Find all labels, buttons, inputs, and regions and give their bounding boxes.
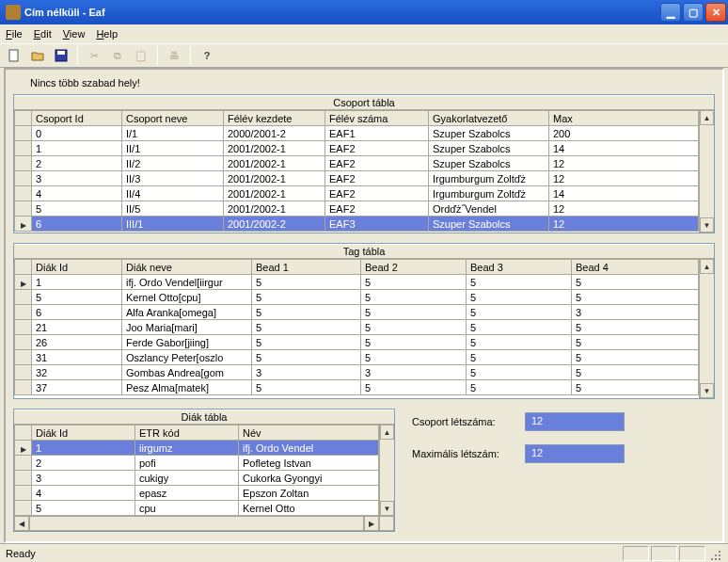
max-field[interactable]: 12 <box>525 444 625 463</box>
table-cell[interactable]: 2000/2001-2 <box>224 126 325 141</box>
column-header[interactable]: Bead 3 <box>467 260 572 275</box>
table-cell[interactable]: 5 <box>252 305 361 320</box>
table-cell[interactable]: 14 <box>549 186 699 201</box>
table-cell[interactable]: iirgumz <box>135 441 239 456</box>
table-cell[interactable]: 5 <box>572 350 699 365</box>
table-cell[interactable]: 5 <box>572 365 699 380</box>
csoport-vscroll[interactable]: ▲ ▼ <box>699 110 714 233</box>
column-header[interactable]: Gyakorlatvezető <box>429 111 549 126</box>
row-header[interactable] <box>15 290 32 305</box>
table-row[interactable]: 26Ferde Gabor[jiing]5555 <box>15 335 699 350</box>
paste-icon[interactable]: 📋 <box>131 45 151 66</box>
row-header[interactable] <box>15 441 32 456</box>
table-cell[interactable]: Alfa Aranka[omega] <box>122 305 252 320</box>
cut-icon[interactable]: ✂ <box>84 45 104 66</box>
table-cell[interactable]: EAF2 <box>325 201 429 217</box>
table-cell[interactable]: 2001/2002-1 <box>224 171 325 186</box>
row-header[interactable] <box>15 350 32 365</box>
table-cell[interactable]: Pesz Alma[matek] <box>122 380 252 395</box>
table-cell[interactable]: 4 <box>32 486 135 501</box>
table-cell[interactable]: 5 <box>252 335 361 350</box>
table-cell[interactable]: 5 <box>572 290 699 305</box>
table-cell[interactable]: EAF2 <box>325 156 429 171</box>
table-cell[interactable]: 5 <box>361 380 467 395</box>
table-cell[interactable]: 5 <box>252 380 361 395</box>
table-row[interactable]: 3cukigyCukorka Gyongyi <box>15 471 379 486</box>
table-cell[interactable]: Irgumburgum Zoltďż <box>429 186 549 201</box>
table-cell[interactable]: 3 <box>32 171 122 186</box>
table-cell[interactable]: 12 <box>549 156 699 171</box>
row-header[interactable] <box>15 186 32 201</box>
menu-view[interactable]: View <box>63 28 86 40</box>
table-cell[interactable]: 5 <box>467 305 572 320</box>
scroll-down-icon[interactable]: ▼ <box>380 501 394 516</box>
row-header[interactable] <box>15 126 32 141</box>
table-cell[interactable]: EAF2 <box>325 171 429 186</box>
table-cell[interactable]: 3 <box>32 471 135 486</box>
table-row[interactable]: 21Joo Maria[mari]5555 <box>15 320 699 335</box>
table-row[interactable]: 37Pesz Alma[matek]5555 <box>15 380 699 395</box>
scroll-up-icon[interactable]: ▲ <box>380 425 394 440</box>
table-cell[interactable]: 5 <box>361 305 467 320</box>
table-cell[interactable]: cpu <box>135 501 239 516</box>
table-cell[interactable]: EAF3 <box>325 217 429 232</box>
table-row[interactable]: 2II/22001/2002-1EAF2Szuper Szabolcs12 <box>15 156 699 171</box>
table-cell[interactable]: Joo Maria[mari] <box>122 320 252 335</box>
table-cell[interactable]: Szuper Szabolcs <box>429 126 549 141</box>
table-cell[interactable]: 0 <box>32 126 122 141</box>
row-header[interactable] <box>15 141 32 156</box>
column-header[interactable]: Csoport Id <box>32 111 122 126</box>
table-cell[interactable]: EAF1 <box>325 126 429 141</box>
row-header[interactable] <box>15 156 32 171</box>
table-cell[interactable]: 3 <box>252 365 361 380</box>
table-row[interactable]: 5Kernel Otto[cpu]5555 <box>15 290 699 305</box>
table-cell[interactable]: 31 <box>32 350 122 365</box>
table-cell[interactable]: Oszlancy Peter[oszlo <box>122 350 252 365</box>
open-file-icon[interactable] <box>27 45 48 66</box>
minimize-button[interactable]: ▁ <box>660 3 681 22</box>
table-row[interactable]: 6Alfa Aranka[omega]5553 <box>15 305 699 320</box>
help-icon[interactable]: ? <box>197 45 217 66</box>
table-cell[interactable]: 2 <box>32 156 122 171</box>
table-cell[interactable]: pofi <box>135 456 239 471</box>
tag-table[interactable]: Diák IdDiák neveBead 1Bead 2Bead 3Bead 4… <box>14 259 699 395</box>
table-cell[interactable]: Kernel Otto[cpu] <box>122 290 252 305</box>
row-header[interactable] <box>15 305 32 320</box>
row-header[interactable] <box>15 320 32 335</box>
column-header[interactable]: ETR kód <box>135 426 239 441</box>
row-header[interactable] <box>15 380 32 395</box>
table-row[interactable]: 1iirgumzifj. Ordo Vendel <box>15 441 379 456</box>
table-cell[interactable]: 5 <box>32 201 122 217</box>
menu-edit[interactable]: Edit <box>34 28 52 40</box>
table-cell[interactable]: 3 <box>361 365 467 380</box>
table-row[interactable]: 6III/12001/2002-2EAF3Szuper Szabolcs12 <box>15 217 699 232</box>
table-cell[interactable]: 14 <box>549 141 699 156</box>
table-cell[interactable]: 5 <box>467 290 572 305</box>
table-cell[interactable]: 5 <box>467 350 572 365</box>
table-cell[interactable]: Szuper Szabolcs <box>429 141 549 156</box>
row-header[interactable] <box>15 217 32 232</box>
scroll-up-icon[interactable]: ▲ <box>700 110 714 125</box>
column-header[interactable]: Félév száma <box>325 111 429 126</box>
table-cell[interactable]: Pofleteg Istvan <box>239 456 379 471</box>
table-cell[interactable]: epasz <box>135 486 239 501</box>
diak-table[interactable]: Diák IdETR kódNév 1iirgumzifj. Ordo Vend… <box>14 425 379 516</box>
table-cell[interactable]: 5 <box>467 275 572 290</box>
table-cell[interactable]: Irgumburgum Zoltďż <box>429 171 549 186</box>
table-cell[interactable]: 5 <box>361 320 467 335</box>
table-cell[interactable]: 2001/2002-1 <box>224 141 325 156</box>
row-header[interactable] <box>15 335 32 350</box>
table-cell[interactable]: 5 <box>32 290 122 305</box>
table-cell[interactable]: cukigy <box>135 471 239 486</box>
table-cell[interactable]: II/1 <box>122 141 224 156</box>
table-cell[interactable]: 12 <box>549 217 699 232</box>
table-cell[interactable]: 21 <box>32 320 122 335</box>
table-row[interactable]: 31Oszlancy Peter[oszlo5555 <box>15 350 699 365</box>
letszam-field[interactable]: 12 <box>525 412 625 431</box>
menu-file[interactable]: File <box>6 28 23 40</box>
table-cell[interactable]: 5 <box>572 380 699 395</box>
maximize-button[interactable]: ▢ <box>683 3 704 22</box>
table-cell[interactable]: II/5 <box>122 201 224 217</box>
column-header[interactable]: Bead 4 <box>572 260 699 275</box>
table-cell[interactable]: 12 <box>549 171 699 186</box>
